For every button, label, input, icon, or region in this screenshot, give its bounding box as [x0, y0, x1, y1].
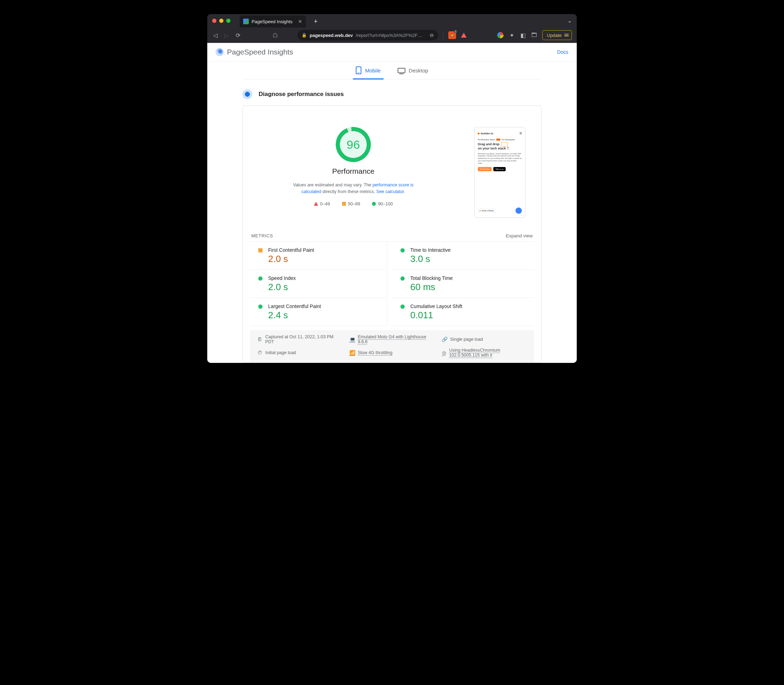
browser-tab[interactable]: PageSpeed Insights ✕	[240, 15, 306, 28]
update-button[interactable]: Update	[542, 30, 572, 40]
preview-cta-secondary: Talk to us	[493, 167, 506, 171]
update-label: Update	[547, 33, 561, 38]
traffic-minimize-icon[interactable]	[219, 19, 223, 23]
diagnose-icon	[242, 89, 252, 99]
diagnose-header: Diagnose performance issues	[207, 80, 577, 106]
tab-desktop[interactable]: Desktop	[398, 62, 428, 79]
tab-mobile-label: Mobile	[365, 68, 381, 73]
legend-circle-icon	[372, 202, 376, 206]
preview-chat-icon	[516, 208, 522, 214]
metric-name: Total Blocking Time	[410, 275, 532, 281]
address-bar[interactable]: 🔒 pagespeed.web.dev /report?url=https%3A…	[297, 30, 438, 41]
desktop-icon	[398, 68, 405, 73]
performance-note: Values are estimated and may vary. The p…	[286, 182, 420, 195]
traffic-zoom-icon[interactable]	[226, 19, 231, 23]
metric-status-icon	[400, 248, 405, 253]
browser-toolbar: ◁ ▷ ⟳ ☖ 🔒 pagespeed.web.dev /report?url=…	[207, 28, 577, 43]
mobile-icon	[356, 67, 361, 74]
metric-status-icon	[258, 248, 262, 253]
performance-score-column: 96 Performance Values are estimated and …	[253, 127, 453, 218]
wallet-icon[interactable]: 🗔	[531, 32, 537, 38]
footer-throttling[interactable]: 📶Slow 4G throttling	[350, 348, 435, 358]
note-text: Values are estimated and may vary. The	[293, 182, 372, 187]
page-content: PageSpeed Insights Docs Mobile Desktop D…	[207, 43, 577, 363]
sidepanel-icon[interactable]: ◧	[520, 32, 526, 39]
metrics-label: METRICS	[251, 233, 273, 239]
expand-view-button[interactable]: Expand view	[506, 233, 533, 239]
psi-logo-icon	[216, 48, 223, 56]
preview-toggle: For Business Users For Developers	[478, 138, 522, 141]
metric-status-icon	[258, 276, 262, 281]
preview-logo: ▶ builder.io	[478, 132, 493, 135]
metric-status-icon	[400, 305, 405, 309]
note-text-2: directly from these metrics.	[321, 189, 376, 194]
tab-close-icon[interactable]: ✕	[298, 19, 302, 24]
see-calculator-link[interactable]: See calculator.	[376, 189, 405, 194]
metric-name: Largest Contentful Paint	[268, 304, 385, 309]
new-tab-button[interactable]: +	[311, 17, 320, 26]
tab-desktop-label: Desktop	[409, 68, 428, 73]
metrics-grid: First Contentful Paint2.0 sTime to Inter…	[250, 242, 534, 326]
metric-value: 2.0 s	[268, 282, 385, 292]
window-titlebar: PageSpeed Insights ✕ + ⌄	[207, 14, 577, 28]
preview-column: ▶ builder.io ≡ For Business Users For De…	[474, 127, 531, 218]
metric-item: Cumulative Layout Shift0.011	[392, 298, 534, 326]
zoom-out-icon[interactable]: ⊖	[429, 32, 434, 38]
extensions-icon[interactable]: ✦	[509, 32, 515, 39]
preview-made-in: ▶Made in Builder	[478, 209, 496, 213]
metric-name: Speed Index	[268, 275, 385, 281]
tab-favicon-icon	[243, 19, 249, 24]
link-icon: 🔗	[442, 336, 447, 342]
metric-item: First Contentful Paint2.0 s	[250, 242, 387, 270]
docs-link[interactable]: Docs	[557, 49, 568, 55]
bookmark-icon[interactable]: ☖	[272, 32, 278, 39]
performance-row: 96 Performance Values are estimated and …	[250, 127, 534, 228]
legend-good: 90–100	[372, 201, 393, 206]
device-tabs: Mobile Desktop	[242, 62, 542, 80]
app-title: PageSpeed Insights	[227, 48, 293, 56]
metric-status-icon	[400, 276, 405, 281]
preview-headline: Drag and drop on your tech stack🖱️	[478, 142, 522, 151]
legend-triangle-icon	[314, 202, 318, 206]
app-header: PageSpeed Insights Docs	[207, 43, 577, 62]
tab-title: PageSpeed Insights	[252, 19, 293, 24]
metrics-header: METRICS Expand view	[250, 228, 534, 242]
preview-cta-primary: Try for free	[478, 167, 491, 171]
footer-headless[interactable]: ◎Using HeadlessChromium 102.0.5005.115 w…	[442, 348, 527, 358]
legend-square-icon	[342, 202, 346, 206]
footer-single-page: 🔗Single page load	[442, 334, 527, 344]
preview-switch-icon	[496, 138, 500, 141]
footer-initial-load: ⏱Initial page load	[257, 348, 342, 358]
score-legend: 0–49 50–89 90–100	[314, 201, 393, 206]
reload-icon[interactable]: ⟳	[235, 32, 241, 39]
preview-body: Eliminate long delays, missed deadlines,…	[478, 153, 522, 165]
timer-icon: ⏱	[257, 350, 262, 355]
menu-icon	[564, 34, 569, 37]
profile-icon[interactable]	[497, 32, 504, 38]
site-preview: ▶ builder.io ≡ For Business Users For De…	[474, 127, 525, 218]
report-card: 96 Performance Values are estimated and …	[242, 106, 542, 363]
triangle-icon[interactable]	[461, 33, 467, 37]
url-path: /report?url=https%3A%2F%2F…	[356, 33, 422, 38]
nav-forward-icon: ▷	[223, 32, 230, 39]
report-footer: 🗓Captured at Oct 11, 2022, 1:03 PM PDT 💻…	[250, 330, 534, 362]
chrome-icon: ◎	[442, 350, 446, 355]
performance-label: Performance	[332, 167, 374, 175]
tab-mobile[interactable]: Mobile	[356, 62, 381, 79]
shield-icon[interactable]: 🦁	[448, 31, 456, 39]
diagnose-title: Diagnose performance issues	[259, 91, 344, 98]
metric-value: 3.0 s	[410, 253, 532, 265]
tabs-dropdown-icon[interactable]: ⌄	[568, 18, 572, 24]
url-host: pagespeed.web.dev	[310, 33, 353, 38]
browser-window: PageSpeed Insights ✕ + ⌄ ◁ ▷ ⟳ ☖ 🔒 pages…	[207, 14, 577, 363]
performance-gauge: 96	[336, 127, 371, 162]
metric-item: Total Blocking Time60 ms	[392, 270, 534, 298]
metric-name: Cumulative Layout Shift	[410, 304, 532, 309]
nav-back-icon[interactable]: ◁	[212, 32, 218, 39]
device-icon: 💻	[350, 336, 355, 342]
footer-emulated[interactable]: 💻Emulated Moto G4 with Lighthouse 9.6.6	[350, 334, 435, 344]
metric-value: 2.4 s	[268, 310, 385, 321]
metric-status-icon	[258, 305, 262, 309]
traffic-close-icon[interactable]	[212, 19, 216, 23]
metric-value: 0.011	[410, 310, 532, 321]
